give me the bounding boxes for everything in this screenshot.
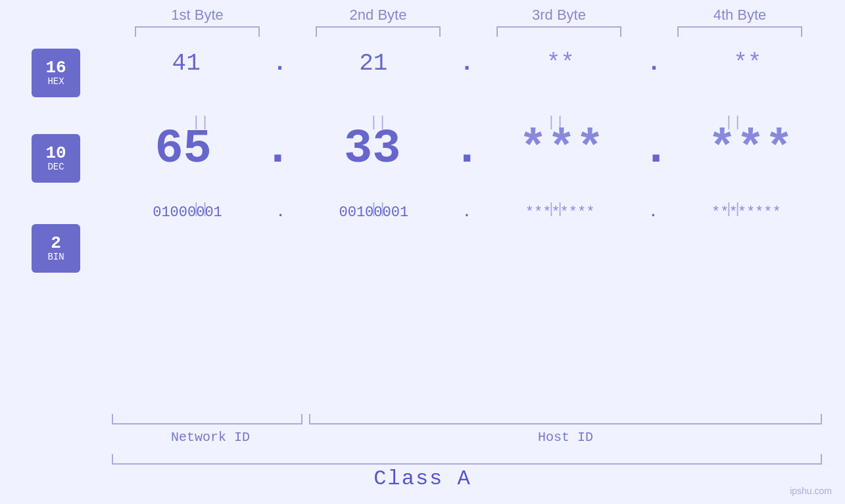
bracket-4 xyxy=(677,26,802,37)
hex-dot-2: . xyxy=(460,50,474,77)
hex-row: 41 . 21 . ** . ** xyxy=(0,50,845,77)
dec-val-3: *** xyxy=(499,122,624,176)
byte-header-4: 4th Byte xyxy=(667,7,812,24)
full-bracket xyxy=(112,454,822,465)
bin-dot-1: . xyxy=(276,204,285,221)
dec-row: 65 . 33 . *** . *** xyxy=(0,122,845,176)
byte-headers-row: 1st Byte 2nd Byte 3rd Byte 4th Byte xyxy=(107,7,831,24)
bin-val-2: 00100001 xyxy=(311,204,436,221)
network-id-label: Network ID xyxy=(112,430,309,445)
bin-row: 01000001 . 00100001 . ******** . *******… xyxy=(0,204,845,221)
byte-header-3: 3rd Byte xyxy=(487,7,631,24)
class-label: Class A xyxy=(374,467,471,491)
dec-values: 65 . 33 . *** . *** xyxy=(112,122,822,176)
main-container: 1st Byte 2nd Byte 3rd Byte 4th Byte 16 H… xyxy=(0,0,845,504)
bin-val-4: ******** xyxy=(684,204,809,221)
bracket-host xyxy=(309,414,822,424)
dec-dot-1: . xyxy=(264,122,292,176)
dec-val-1: 65 xyxy=(121,122,246,176)
bracket-network xyxy=(112,414,302,424)
hex-values: 41 . 21 . ** . ** xyxy=(112,50,822,77)
bottom-labels: Network ID Host ID xyxy=(112,430,822,445)
byte-header-1: 1st Byte xyxy=(125,7,270,24)
hex-val-4: ** xyxy=(685,50,810,77)
bracket-2 xyxy=(316,26,441,37)
dec-val-4: *** xyxy=(688,122,813,176)
hex-dot-3: . xyxy=(647,50,662,77)
byte-header-2: 2nd Byte xyxy=(306,7,450,24)
main-grid: 16 HEX 41 . 21 . ** . ** || || || || 10 xyxy=(0,37,845,504)
hex-val-3: ** xyxy=(498,50,623,77)
watermark: ipshu.com xyxy=(790,486,832,496)
dec-dot-3: . xyxy=(642,122,670,176)
bin-badge: 2 BIN xyxy=(32,224,80,273)
dec-dot-2: . xyxy=(452,122,481,176)
bottom-section: Network ID Host ID xyxy=(112,414,822,445)
bracket-3 xyxy=(496,26,621,37)
bin-badge-label: BIN xyxy=(47,252,64,263)
bracket-1 xyxy=(135,26,260,37)
bin-val-1: 01000001 xyxy=(125,204,250,221)
hex-val-2: 21 xyxy=(311,50,436,77)
bin-dot-3: . xyxy=(649,204,658,221)
bottom-brackets xyxy=(112,414,822,424)
bin-badge-num: 2 xyxy=(51,235,61,252)
bin-values: 01000001 . 00100001 . ******** . *******… xyxy=(112,204,822,221)
host-id-label: Host ID xyxy=(309,430,822,445)
bin-dot-2: . xyxy=(462,204,471,221)
bin-val-3: ******** xyxy=(498,204,623,221)
top-brackets xyxy=(107,26,831,37)
dec-val-2: 33 xyxy=(310,122,435,176)
hex-val-1: 41 xyxy=(124,50,249,77)
hex-badge-label: HEX xyxy=(47,76,64,87)
hex-dot-1: . xyxy=(273,50,287,77)
